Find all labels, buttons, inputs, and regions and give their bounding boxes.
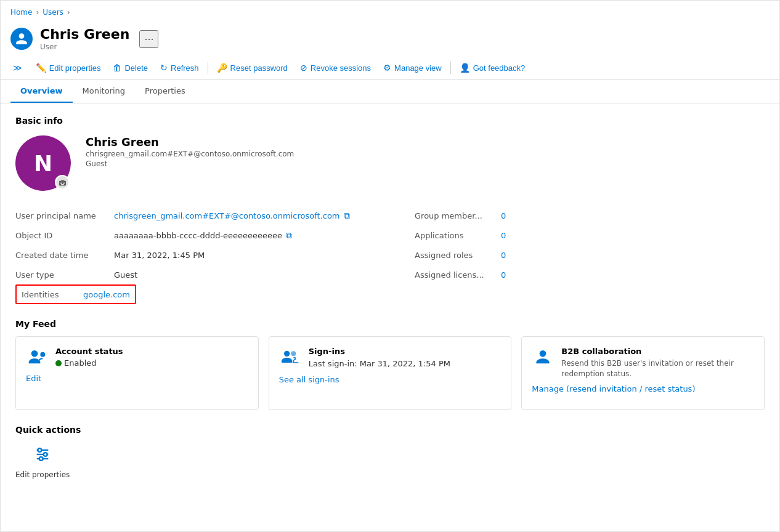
assigned-roles-value[interactable]: 0 [501, 251, 506, 260]
tab-monitoring[interactable]: Monitoring [73, 80, 136, 103]
objectid-value: aaaaaaaa-bbbb-cccc-dddd-eeeeeeeeeeee ⧉ [114, 230, 292, 241]
revoke-icon: ⊘ [300, 63, 307, 73]
tab-overview[interactable]: Overview [10, 80, 73, 103]
account-status-icon [26, 347, 48, 369]
sign-ins-header: Sign-ins Last sign-in: Mar 31, 2022, 1:5… [279, 347, 502, 369]
b2b-people-icon [533, 348, 553, 368]
props-right: Group member... 0 Applications 0 Assigne… [390, 206, 765, 304]
tabs-container: Overview Monitoring Properties [1, 80, 779, 103]
b2b-title: B2B collaboration [561, 347, 754, 356]
svg-point-3 [291, 352, 296, 357]
svg-point-10 [39, 457, 43, 461]
camera-button[interactable] [55, 175, 70, 190]
applications-label: Applications [415, 231, 501, 240]
created-date-row: Created date time Mar 31, 2022, 1:45 PM [15, 245, 390, 265]
copy-objectid-button[interactable]: ⧉ [286, 230, 292, 241]
page-subtitle: User [40, 42, 129, 51]
avatar-wrap: N [15, 135, 71, 191]
sign-ins-icon [279, 347, 301, 369]
created-date-value: Mar 31, 2022, 1:45 PM [114, 251, 205, 260]
user-type-value: Guest [114, 270, 137, 280]
svg-point-2 [284, 351, 290, 357]
svg-point-1 [40, 352, 45, 357]
account-status-body: Account status Enabled [55, 347, 248, 368]
b2b-icon [532, 347, 554, 369]
props-left: User principal name chrisgreen_gmail.com… [15, 206, 390, 304]
applications-row: Applications 0 [415, 225, 765, 245]
sign-ins-title: Sign-ins [309, 347, 502, 356]
quick-actions-list: Edit properties [15, 442, 765, 479]
created-date-label: Created date time [15, 251, 114, 260]
manage-view-button[interactable]: ⚙ Manage view [377, 60, 448, 76]
user-type-row: User type Guest [15, 265, 390, 284]
feedback-button[interactable]: 👤 Got feedback? [453, 60, 532, 76]
header-avatar [10, 28, 33, 50]
delete-icon: 🗑 [113, 63, 121, 73]
quick-action-edit-properties[interactable]: Edit properties [15, 442, 70, 479]
sign-ins-card: Sign-ins Last sign-in: Mar 31, 2022, 1:5… [269, 336, 512, 410]
enabled-dot [55, 360, 62, 366]
sliders-icon [34, 446, 51, 463]
b2b-header: B2B collaboration Resend this B2B user's… [532, 347, 754, 379]
tab-properties[interactable]: Properties [135, 80, 195, 103]
svg-point-8 [38, 448, 42, 452]
account-status-card: Account status Enabled Edit [15, 336, 259, 410]
assigned-licenses-row: Assigned licens... 0 [415, 265, 765, 284]
svg-point-0 [31, 350, 38, 357]
edit-icon: ✏️ [36, 63, 46, 73]
my-feed-title: My Feed [15, 319, 765, 329]
assigned-roles-row: Assigned roles 0 [415, 245, 765, 265]
refresh-button[interactable]: ↻ Refresh [154, 60, 205, 76]
assigned-licenses-value[interactable]: 0 [501, 270, 506, 280]
page-wrapper: Home › Users › Chris Green User ··· ≫ ✏️… [0, 0, 780, 532]
account-status-title: Account status [55, 347, 248, 356]
camera-icon [59, 179, 67, 187]
quick-action-label: Edit properties [15, 470, 70, 479]
identities-value[interactable]: google.com [83, 290, 130, 299]
breadcrumb-users[interactable]: Users [43, 8, 63, 17]
people-icon [280, 348, 300, 368]
applications-value[interactable]: 0 [501, 231, 506, 240]
user-icon [15, 32, 28, 46]
copy-upn-button[interactable]: ⧉ [344, 211, 350, 221]
refresh-icon: ↻ [160, 63, 168, 73]
assigned-licenses-label: Assigned licens... [415, 270, 501, 280]
sign-ins-last: Last sign-in: Mar 31, 2022, 1:54 PM [309, 358, 502, 369]
upn-label: User principal name [15, 211, 114, 220]
delete-button[interactable]: 🗑 Delete [107, 60, 154, 76]
group-members-label: Group member... [415, 211, 501, 220]
account-status-header: Account status Enabled [26, 347, 248, 369]
svg-point-4 [540, 350, 546, 357]
group-members-row: Group member... 0 [415, 206, 765, 225]
manage-icon: ⚙ [383, 63, 391, 73]
breadcrumb-sep2: › [67, 8, 70, 17]
breadcrumb: Home › Users › [1, 1, 779, 22]
b2b-manage-link[interactable]: Manage (resend invitation / reset status… [532, 384, 754, 393]
right-stats: Group member... 0 Applications 0 Assigne… [415, 206, 765, 284]
reset-password-button[interactable]: 🔑 Reset password [211, 60, 294, 76]
more-options-button[interactable]: ··· [139, 30, 158, 48]
identities-label: Identities [22, 290, 83, 299]
quick-actions-title: Quick actions [15, 425, 765, 435]
sliders-icon-wrap [30, 442, 55, 467]
group-members-value[interactable]: 0 [501, 211, 506, 220]
page-title: Chris Green [40, 26, 129, 42]
identities-row: Identities google.com [15, 284, 136, 304]
edit-properties-button[interactable]: ✏️ Edit properties [30, 60, 107, 76]
sign-ins-body: Sign-ins Last sign-in: Mar 31, 2022, 1:5… [309, 347, 502, 369]
account-status-status: Enabled [55, 358, 248, 368]
account-status-edit-link[interactable]: Edit [26, 374, 248, 383]
see-all-sign-ins-link[interactable]: See all sign-ins [279, 375, 502, 384]
breadcrumb-sep1: › [36, 8, 39, 17]
key-icon: 🔑 [217, 63, 227, 73]
header-title-block: Chris Green User [40, 26, 129, 51]
b2b-card: B2B collaboration Resend this B2B user's… [521, 336, 765, 410]
page-header: Chris Green User ··· [1, 22, 779, 56]
toolbar: ≫ ✏️ Edit properties 🗑 Delete ↻ Refresh … [1, 56, 779, 80]
breadcrumb-home[interactable]: Home [10, 8, 32, 17]
user-type-label: User type [15, 270, 114, 280]
user-type-badge: Guest [86, 159, 294, 168]
collapse-button[interactable]: ≫ [10, 60, 25, 75]
basic-info-title: Basic info [15, 116, 765, 126]
revoke-sessions-button[interactable]: ⊘ Revoke sessions [294, 60, 377, 76]
